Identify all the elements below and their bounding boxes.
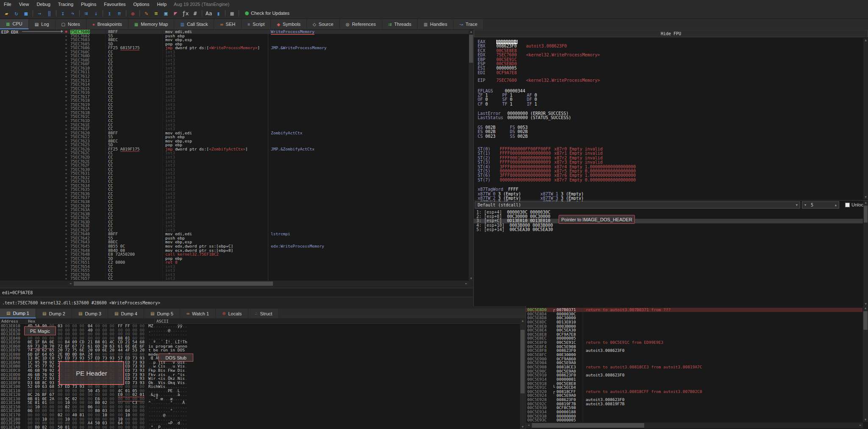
stack-row[interactable]: 00C5E93400000188 — [526, 410, 862, 414]
stack-row[interactable]: 00C5E8F000C5E91Creturn to 00C5E91C from … — [526, 340, 862, 345]
row-dot-icon[interactable]: ● — [63, 232, 70, 236]
row-dot-icon[interactable]: ● — [63, 163, 70, 167]
stack-row[interactable]: 00C5E8D40000030C — [526, 312, 862, 316]
tab-dump-2[interactable]: ▤Dump 2 — [36, 309, 72, 318]
tab-memory-map[interactable]: ▦Memory Map — [128, 19, 175, 29]
segment-row[interactable]: CS 0023SS 002B — [474, 134, 863, 139]
scrollbar-handle[interactable] — [532, 423, 644, 428]
pencil-edit-button[interactable]: ✎ — [142, 9, 151, 18]
row-dot-icon[interactable]: ● — [63, 273, 70, 277]
row-dot-icon[interactable]: ● — [63, 86, 70, 91]
row-dot-icon[interactable]: ● — [63, 103, 70, 107]
scroll-right-icon[interactable] — [858, 423, 863, 428]
row-dot-icon[interactable]: ● — [63, 195, 70, 200]
row-dot-icon[interactable]: ● — [63, 216, 70, 220]
row-dot-icon[interactable]: ● — [63, 82, 70, 86]
restart-button[interactable]: ↻ — [11, 9, 21, 18]
tab-cpu[interactable]: ▦CPU — [0, 19, 29, 29]
hash-button[interactable]: # — [190, 9, 200, 18]
step-over-button[interactable]: ↷ — [68, 9, 78, 18]
dump-scrollbar[interactable] — [520, 319, 525, 429]
row-dot-icon[interactable]: ● — [63, 187, 70, 192]
pause-button[interactable]: ‖ — [45, 9, 54, 18]
tab-source[interactable]: ◇Source — [307, 19, 340, 29]
tab-dump-1[interactable]: ▤Dump 1 — [0, 309, 36, 318]
row-dot-icon[interactable]: ● — [63, 131, 70, 135]
stack-row[interactable]: 00C5E8E80CF9A7E8 — [526, 332, 862, 337]
row-dot-icon[interactable]: ● — [63, 42, 70, 46]
register-esp[interactable]: ESP00C5E8D0 — [474, 62, 863, 66]
row-dot-icon[interactable]: ● — [63, 50, 70, 54]
stack-row[interactable]: 00C5E8E400C5EA30 — [526, 328, 862, 332]
row-dot-icon[interactable]: ● — [63, 78, 70, 83]
stack-row[interactable]: 00C5E9000CF9A860 — [526, 357, 862, 361]
tab-dump-4[interactable]: ▤Dump 4 — [108, 309, 144, 318]
disasm-row[interactable]: ●75EC7657CCint3 — [0, 276, 473, 281]
scroll-down-icon[interactable] — [469, 276, 473, 281]
stop-button[interactable]: ■ — [21, 9, 31, 18]
tab-struct[interactable]: ∴Struct — [248, 309, 279, 318]
stack-row[interactable]: 00C5E8D800C30000 — [526, 316, 862, 320]
stack-row[interactable]: 00C5E8DC0D13E010 — [526, 320, 862, 324]
row-dot-icon[interactable]: ● — [63, 70, 70, 74]
row-dot-icon[interactable]: ● — [63, 155, 70, 159]
checkbox-icon[interactable] — [845, 203, 850, 207]
scrollbar-handle[interactable] — [864, 206, 868, 223]
scroll-left-icon[interactable] — [68, 281, 73, 286]
tab-notes[interactable]: ▢Notes — [56, 19, 86, 29]
run-button[interactable]: → — [35, 9, 45, 18]
register-x87tagword[interactable]: x87TagWord FFFF — [474, 187, 863, 192]
scroll-down-icon[interactable] — [520, 425, 525, 429]
row-dot-icon[interactable]: ● — [63, 139, 70, 143]
row-dot-icon[interactable]: ● — [63, 95, 70, 99]
hex-row[interactable]: 0D13E1A000 B0 02 0050 01 00 0000 00 00 0… — [0, 425, 526, 429]
stack-row[interactable]: 00C5E8D0┌007B0371return to autoit3.007B0… — [526, 308, 862, 312]
row-dot-icon[interactable]: ● — [63, 74, 70, 78]
disassembly-horizontal-scrollbar[interactable] — [68, 281, 469, 286]
row-dot-icon[interactable]: ● — [63, 240, 70, 244]
tab-threads[interactable]: ⇉Threads — [382, 19, 418, 29]
segment-row[interactable]: GS 002BFS 0053 — [474, 125, 863, 130]
menu-debug[interactable]: Debug — [33, 1, 54, 8]
stack-row[interactable]: 00C5E8FC00E30000 — [526, 353, 862, 357]
row-dot-icon[interactable]: ● — [63, 276, 70, 281]
row-dot-icon[interactable]: ● — [63, 192, 70, 196]
stack-row[interactable]: 00C5E90C00C5E9A0 — [526, 369, 862, 373]
scroll-up-icon[interactable] — [520, 319, 525, 323]
row-dot-icon[interactable]: ● — [63, 127, 70, 131]
run-to-user-code-button[interactable]: ⇉ — [81, 9, 91, 18]
row-dot-icon[interactable]: ● — [63, 176, 70, 180]
traffic-light-button[interactable]: ● — [128, 9, 138, 18]
register-ebp[interactable]: EBP00C5E91C — [474, 58, 863, 62]
row-dot-icon[interactable]: ● — [63, 98, 70, 103]
chevron-down-icon[interactable]: ▼ — [804, 203, 806, 207]
row-dot-icon[interactable]: ● — [63, 123, 70, 127]
step-into-button[interactable]: ↧ — [58, 9, 68, 18]
tab-breakpoints[interactable]: ●Breakpoints — [86, 19, 128, 29]
row-dot-icon[interactable]: ● — [63, 114, 70, 119]
stack-row[interactable]: 00C5E91400000001 — [526, 377, 862, 382]
x87tw-row[interactable]: x87TW_0 3 (Empty)x87TW_1 3 (Empty) — [474, 192, 863, 196]
menu-plugins[interactable]: Plugins — [77, 1, 100, 8]
register-edx[interactable]: EDX75EC7600<kernel32.WriteProcessMemory> — [474, 53, 863, 57]
tab-handles[interactable]: ▥Handles — [417, 19, 453, 29]
menu-view[interactable]: View — [15, 1, 33, 8]
stack-row[interactable]: 00C5E8E00003B000 — [526, 324, 862, 329]
stack-row[interactable]: 00C5E9300CF8C598 — [526, 406, 862, 410]
stack-row[interactable]: 00C5E93800000000 — [526, 414, 862, 418]
row-dot-icon[interactable]: ● — [63, 244, 70, 248]
row-dot-icon[interactable]: ● — [63, 38, 70, 42]
row-dot-icon[interactable]: ● — [63, 260, 70, 265]
stack-row[interactable]: 00C5E8F8008623F0autoit3.008623F0 — [526, 348, 862, 353]
stack-row[interactable]: 00C5E92400C5E9A0 — [526, 393, 862, 398]
row-dot-icon[interactable]: ● — [63, 256, 70, 261]
scroll-left-icon[interactable] — [526, 423, 531, 428]
row-dot-icon[interactable]: ● — [63, 159, 70, 164]
row-dot-icon[interactable]: ● — [63, 224, 70, 228]
scrollbar-handle[interactable] — [469, 35, 473, 63]
menu-file[interactable]: File — [0, 1, 15, 8]
tab-references[interactable]: ◎References — [340, 19, 382, 29]
row-dot-icon[interactable]: ● — [63, 208, 70, 212]
row-dot-icon[interactable]: ● — [63, 151, 70, 155]
scroll-up-icon[interactable] — [863, 38, 868, 42]
